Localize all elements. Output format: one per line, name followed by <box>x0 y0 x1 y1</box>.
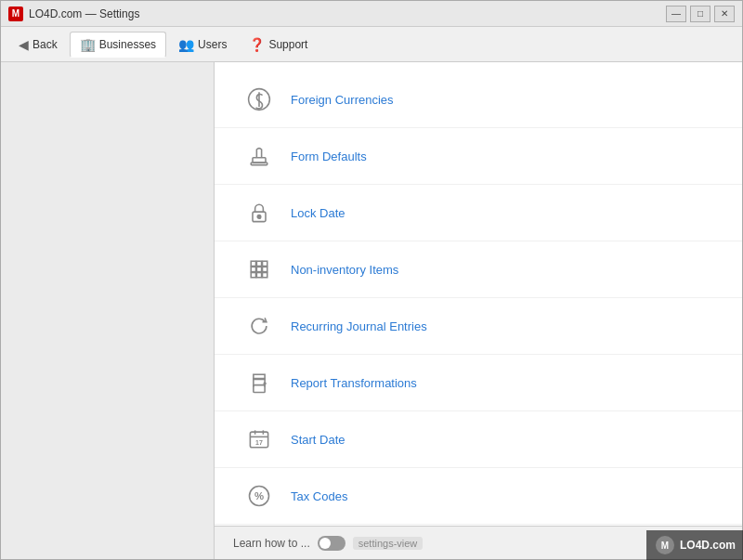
title-bar: M LO4D.com — Settings — □ ✕ <box>1 1 742 27</box>
grid-icon <box>242 253 276 286</box>
learn-how-text: Learn how to ... <box>233 537 310 550</box>
svg-point-17 <box>264 383 266 384</box>
support-button[interactable]: ❓ Support <box>239 32 318 58</box>
svg-text:%: % <box>254 490 264 501</box>
settings-item-label: Non-inventory Items <box>291 263 398 277</box>
main-window: M LO4D.com — Settings — □ ✕ ◀ Back 🏢 Bus… <box>0 0 743 560</box>
printer-icon <box>242 366 276 399</box>
main-content: Foreign Currencies Form Defaults Lock Da… <box>1 62 742 559</box>
settings-item-label: Tax Codes <box>291 489 347 503</box>
businesses-label: Businesses <box>99 38 156 51</box>
svg-rect-10 <box>256 267 261 271</box>
close-button[interactable]: ✕ <box>714 6 735 22</box>
svg-rect-2 <box>253 158 266 163</box>
svg-rect-14 <box>263 273 267 278</box>
back-icon: ◀ <box>19 37 29 52</box>
svg-rect-15 <box>254 385 265 393</box>
settings-item-report-transformations[interactable]: Report Transformations <box>215 355 742 411</box>
svg-text:17: 17 <box>255 439 263 446</box>
currency-icon <box>242 83 276 116</box>
window-controls: — □ ✕ <box>666 6 735 22</box>
settings-list[interactable]: Foreign Currencies Form Defaults Lock Da… <box>215 62 742 526</box>
svg-rect-12 <box>251 273 255 278</box>
settings-item-tax-codes[interactable]: % Tax Codes <box>215 468 742 525</box>
learn-toggle[interactable] <box>318 536 345 551</box>
svg-point-5 <box>257 215 261 219</box>
refresh-icon <box>242 309 276 343</box>
users-button[interactable]: 👥 Users <box>168 32 237 58</box>
minimize-button[interactable]: — <box>666 6 686 22</box>
businesses-button[interactable]: 🏢 Businesses <box>70 32 166 58</box>
watermark: M LO4D.com <box>646 530 743 560</box>
svg-rect-6 <box>251 261 255 266</box>
settings-item-form-defaults[interactable]: Form Defaults <box>215 128 742 185</box>
svg-rect-8 <box>263 261 267 266</box>
settings-item-label: Foreign Currencies <box>291 93 394 107</box>
settings-item-non-inventory-items[interactable]: Non-inventory Items <box>215 241 742 298</box>
window-title: LO4D.com — Settings <box>29 7 666 20</box>
svg-rect-7 <box>256 261 261 266</box>
settings-item-recurring-journal-entries[interactable]: Recurring Journal Entries <box>215 298 742 355</box>
settings-item-label: Start Date <box>291 433 345 447</box>
lock-icon <box>242 196 276 229</box>
support-label: Support <box>268 38 307 51</box>
settings-tag: settings-view <box>353 537 424 550</box>
svg-rect-11 <box>263 267 267 271</box>
support-icon: ❓ <box>249 37 265 52</box>
settings-item-start-date[interactable]: 17 Start Date <box>215 411 742 468</box>
svg-text:M: M <box>661 540 669 551</box>
settings-item-label: Lock Date <box>291 206 345 220</box>
businesses-icon: 🏢 <box>80 37 96 52</box>
users-icon: 👥 <box>178 37 194 52</box>
back-button[interactable]: ◀ Back <box>8 32 68 58</box>
settings-item-label: Form Defaults <box>291 150 367 163</box>
watermark-logo: M <box>654 534 676 556</box>
stamp-icon <box>242 139 276 173</box>
svg-rect-3 <box>251 163 267 165</box>
back-label: Back <box>33 38 58 51</box>
svg-rect-13 <box>256 273 261 278</box>
svg-rect-9 <box>251 267 255 271</box>
app-icon: M <box>8 7 23 21</box>
settings-item-foreign-currencies[interactable]: Foreign Currencies <box>215 72 742 128</box>
settings-item-label: Recurring Journal Entries <box>291 319 427 333</box>
settings-item-lock-date[interactable]: Lock Date <box>215 185 742 241</box>
calendar-icon: 17 <box>242 423 276 456</box>
watermark-text: LO4D.com <box>680 539 736 552</box>
toolbar: ◀ Back 🏢 Businesses 👥 Users ❓ Support <box>1 27 742 62</box>
users-label: Users <box>198 38 227 51</box>
sidebar <box>1 62 215 559</box>
maximize-button[interactable]: □ <box>690 6 710 22</box>
settings-item-label: Report Transformations <box>291 376 417 390</box>
content-panel: Foreign Currencies Form Defaults Lock Da… <box>215 62 742 559</box>
percent-icon: % <box>242 479 276 513</box>
